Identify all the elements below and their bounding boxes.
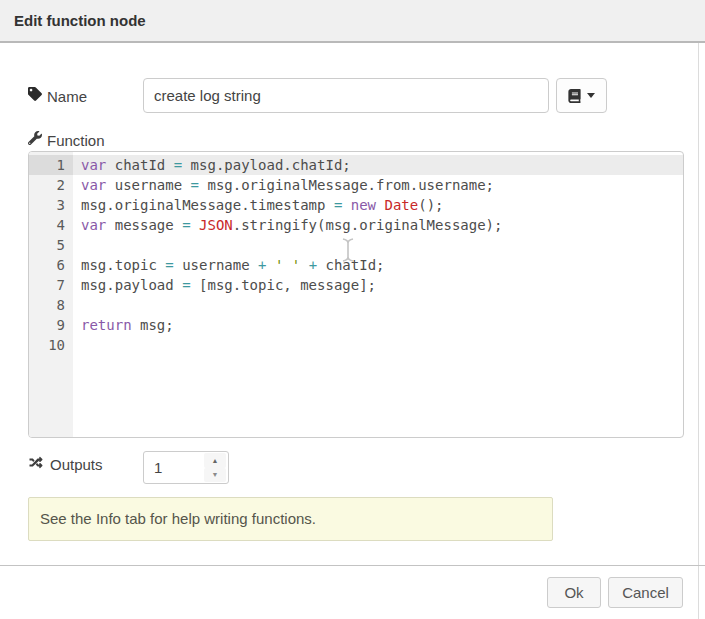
chevron-down-icon (587, 93, 595, 98)
line-number: 4 (29, 215, 73, 235)
name-label: Name (47, 88, 87, 105)
edit-function-node-dialog: Edit function node Name Function 1var ch… (0, 0, 705, 619)
code-row[interactable]: 7msg.payload = [msg.topic, message]; (29, 275, 683, 295)
line-number: 2 (29, 175, 73, 195)
spinner-down-button[interactable]: ▼ (204, 468, 226, 483)
line-number: 9 (29, 315, 73, 335)
book-icon (568, 89, 581, 103)
code-row[interactable]: 8 (29, 295, 683, 315)
code-row[interactable]: 10 (29, 335, 683, 355)
code-line[interactable] (73, 335, 683, 355)
code-row[interactable]: 3msg.originalMessage.timestamp = new Dat… (29, 195, 683, 215)
outputs-spinner: ▲ ▼ (143, 451, 229, 484)
code-line[interactable]: msg.payload = [msg.topic, message]; (73, 275, 683, 295)
library-button[interactable] (556, 78, 607, 113)
function-code-editor[interactable]: 1var chatId = msg.payload.chatId;2var us… (28, 151, 684, 438)
code-row[interactable]: 5 (29, 235, 683, 255)
code-line[interactable]: msg.originalMessage.timestamp = new Date… (73, 195, 683, 215)
code-row[interactable]: 1var chatId = msg.payload.chatId; (29, 155, 683, 175)
name-input[interactable] (143, 78, 549, 113)
wrench-icon (28, 131, 42, 145)
code-line[interactable]: var username = msg.originalMessage.from.… (73, 175, 683, 195)
code-row[interactable]: 2var username = msg.originalMessage.from… (29, 175, 683, 195)
code-row[interactable]: 9return msg; (29, 315, 683, 335)
line-number: 10 (29, 335, 73, 355)
form-tip-text: See the Info tab for help writing functi… (40, 510, 316, 527)
code-line[interactable]: return msg; (73, 315, 683, 335)
dialog-right-edge (698, 43, 699, 619)
code-row[interactable]: 6msg.topic = username + ' ' + chatId; (29, 255, 683, 275)
line-number: 7 (29, 275, 73, 295)
line-number: 1 (29, 155, 73, 175)
footer-divider (0, 565, 705, 566)
dialog-title: Edit function node (14, 0, 146, 41)
code-line[interactable] (73, 295, 683, 315)
code-line[interactable] (73, 235, 683, 255)
code-line[interactable]: var chatId = msg.payload.chatId; (73, 155, 683, 175)
function-label: Function (47, 132, 105, 149)
outputs-input[interactable] (144, 452, 204, 483)
mouse-cursor-ibeam (341, 237, 355, 267)
code-row[interactable]: 4var message = JSON.stringify(msg.origin… (29, 215, 683, 235)
line-number: 3 (29, 195, 73, 215)
code-rows: 1var chatId = msg.payload.chatId;2var us… (29, 155, 683, 355)
random-icon (28, 456, 44, 469)
spinner-up-button[interactable]: ▲ (204, 453, 226, 468)
line-number: 6 (29, 255, 73, 275)
cancel-button[interactable]: Cancel (608, 577, 683, 608)
code-line[interactable]: var message = JSON.stringify(msg.origina… (73, 215, 683, 235)
dialog-header: Edit function node (0, 0, 705, 43)
line-number: 8 (29, 295, 73, 315)
code-line[interactable]: msg.topic = username + ' ' + chatId; (73, 255, 683, 275)
line-number: 5 (29, 235, 73, 255)
form-tip-box: See the Info tab for help writing functi… (28, 497, 553, 541)
ok-button[interactable]: Ok (547, 577, 601, 608)
tag-icon (28, 87, 42, 101)
outputs-label: Outputs (50, 456, 103, 473)
